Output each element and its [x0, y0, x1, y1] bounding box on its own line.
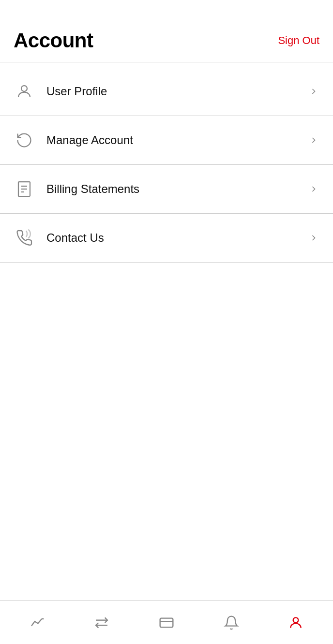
menu-label-user-profile: User Profile — [46, 85, 308, 98]
menu-item-user-profile[interactable]: User Profile — [0, 67, 333, 116]
card-icon — [158, 614, 175, 631]
document-icon — [14, 178, 35, 200]
chevron-right-icon-user-profile — [308, 86, 319, 97]
header-divider — [0, 62, 333, 62]
nav-item-cards[interactable] — [134, 601, 199, 644]
chevron-right-icon-manage-account — [308, 134, 319, 146]
chart-icon — [29, 614, 46, 631]
nav-item-notifications[interactable] — [199, 601, 264, 644]
nav-item-account[interactable] — [263, 601, 328, 644]
svg-point-7 — [293, 617, 299, 623]
svg-rect-5 — [160, 618, 173, 627]
phone-icon — [14, 227, 35, 249]
chevron-right-icon-billing-statements — [308, 183, 319, 195]
menu-label-billing-statements: Billing Statements — [46, 182, 308, 196]
account-nav-icon — [287, 614, 304, 631]
transfer-icon — [93, 614, 110, 631]
menu-label-contact-us: Contact Us — [46, 231, 308, 245]
menu-item-contact-us[interactable]: Contact Us — [0, 214, 333, 263]
person-icon — [14, 81, 35, 102]
menu-label-manage-account: Manage Account — [46, 133, 308, 147]
chevron-right-icon-contact-us — [308, 232, 319, 244]
page-container: Account Sign Out User Profile — [0, 0, 333, 644]
menu-list: User Profile Manage Account — [0, 67, 333, 263]
header: Account Sign Out — [0, 0, 333, 62]
menu-item-billing-statements[interactable]: Billing Statements — [0, 165, 333, 214]
nav-item-transactions[interactable] — [70, 601, 135, 644]
bottom-spacer — [0, 263, 333, 306]
sign-out-button[interactable]: Sign Out — [278, 30, 319, 51]
svg-point-0 — [21, 86, 27, 91]
bottom-nav — [0, 600, 333, 644]
menu-item-manage-account[interactable]: Manage Account — [0, 116, 333, 165]
nav-item-analytics[interactable] — [5, 601, 70, 644]
bell-icon — [223, 614, 240, 631]
page-title: Account — [14, 29, 93, 52]
refresh-icon — [14, 130, 35, 151]
